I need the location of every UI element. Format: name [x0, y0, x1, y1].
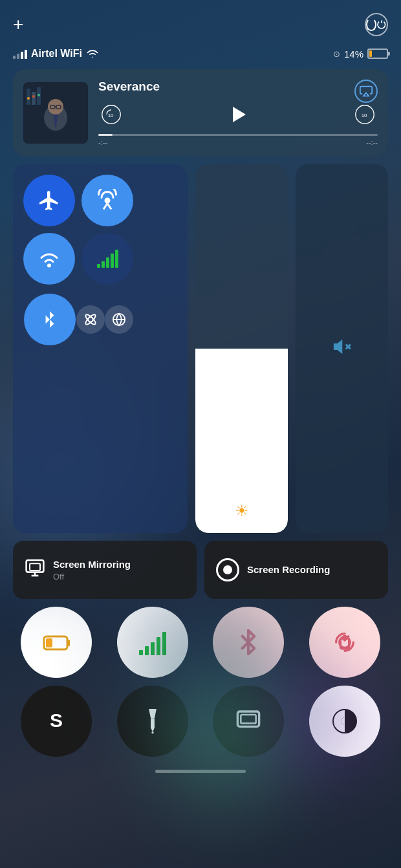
- skip-back-button[interactable]: 10: [98, 102, 124, 127]
- brightness-slider[interactable]: ☀: [195, 164, 288, 533]
- top-bar: +: [0, 0, 401, 43]
- cellular-button[interactable]: [81, 233, 133, 285]
- wifi-button[interactable]: [23, 233, 75, 285]
- svg-text:10: 10: [108, 113, 114, 118]
- orientation-lock-button[interactable]: [309, 607, 380, 678]
- airplane-mode-button[interactable]: [23, 175, 75, 226]
- connectivity-box: [13, 164, 188, 533]
- screen-mirroring-icon: [25, 558, 45, 582]
- signal-bars: [13, 49, 27, 59]
- battery-percent-label: 14%: [344, 49, 363, 60]
- svg-point-22: [47, 264, 51, 268]
- volume-slider[interactable]: [296, 164, 388, 533]
- svg-text:S: S: [50, 710, 63, 731]
- screen-recording-title: Screen Recording: [247, 564, 330, 576]
- svg-rect-1: [27, 89, 30, 105]
- svg-marker-28: [334, 342, 341, 352]
- power-icon: [376, 18, 387, 31]
- progress-fill: [98, 134, 113, 136]
- airplane-mode-cell[interactable]: [23, 175, 75, 226]
- screen-recording-icon: [216, 558, 239, 581]
- play-pause-button[interactable]: [225, 102, 251, 127]
- status-left: Airtel WiFi: [13, 48, 99, 60]
- location-icon: ⊙: [333, 49, 340, 59]
- screen-mirroring-subtitle: Off: [53, 572, 131, 581]
- svg-rect-37: [46, 638, 52, 647]
- svg-marker-18: [363, 93, 369, 96]
- screen-recording-button[interactable]: Screen Recording: [204, 541, 388, 599]
- battery-fill: [369, 50, 372, 57]
- wifi-cell[interactable]: [23, 233, 75, 285]
- battery-shortcut-button[interactable]: [21, 607, 92, 678]
- airdrop-button[interactable]: [81, 175, 133, 226]
- svg-line-21: [107, 204, 111, 210]
- globe-button[interactable]: [105, 305, 133, 334]
- svg-point-19: [105, 198, 111, 204]
- shazam-button[interactable]: S: [21, 686, 92, 757]
- svg-point-5: [32, 95, 35, 98]
- screen-recording-text: Screen Recording: [247, 564, 330, 576]
- status-bar: Airtel WiFi ⊙ 14%: [0, 43, 401, 69]
- vpn-button[interactable]: [76, 305, 105, 334]
- thumbnail-artwork: [23, 82, 88, 144]
- elapsed-time: -:--: [98, 138, 107, 146]
- now-playing-info: Severance 10 10: [98, 80, 378, 146]
- now-playing-card: Severance 10 10: [13, 69, 388, 157]
- carrier-label: Airtel WiFi: [31, 48, 82, 60]
- now-playing-title: Severance: [98, 80, 378, 94]
- brightness-icon: ☀: [235, 502, 249, 520]
- now-playing-thumbnail: [23, 82, 88, 144]
- svg-rect-32: [30, 563, 40, 570]
- svg-marker-15: [233, 107, 246, 122]
- svg-text:10: 10: [362, 113, 367, 118]
- time-labels: -:-- --:--: [98, 138, 378, 146]
- svg-rect-36: [67, 640, 70, 646]
- airdrop-cell[interactable]: [81, 175, 133, 226]
- airplay-button[interactable]: [354, 80, 378, 103]
- screen-mirroring-text: Screen Mirroring Off: [53, 559, 131, 581]
- svg-point-6: [38, 94, 40, 96]
- bt-cellular-cell[interactable]: [81, 233, 133, 285]
- svg-rect-2: [32, 92, 36, 105]
- progress-bar[interactable]: [98, 134, 378, 136]
- bluetooth-button[interactable]: [24, 294, 76, 345]
- wifi-status-icon: [86, 49, 99, 59]
- svg-point-4: [27, 97, 30, 100]
- playback-controls[interactable]: 10 10: [98, 102, 378, 127]
- screen-mirroring-button[interactable]: Screen Mirroring Off: [13, 541, 197, 599]
- add-button[interactable]: +: [13, 14, 23, 35]
- screen-mirroring-title: Screen Mirroring: [53, 559, 131, 570]
- volume-icon: [333, 338, 351, 360]
- battery-icon: [367, 49, 388, 59]
- skip-forward-button[interactable]: 10: [352, 102, 378, 127]
- remaining-time: --:--: [366, 138, 378, 146]
- power-button[interactable]: [365, 13, 388, 36]
- status-right: ⊙ 14%: [333, 49, 388, 60]
